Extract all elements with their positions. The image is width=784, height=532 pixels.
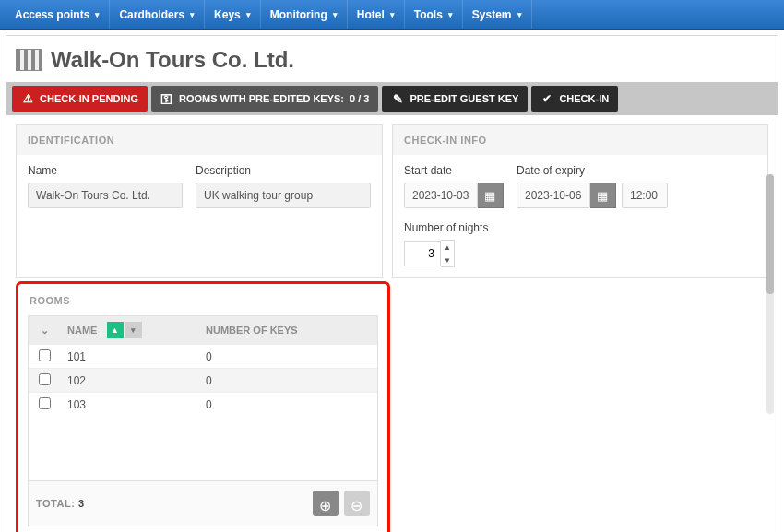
calendar-icon [597, 189, 610, 202]
nav-cardholders[interactable]: Cardholders▾ [110, 0, 205, 29]
total-label: TOTAL: [36, 498, 75, 509]
row-checkbox[interactable] [39, 397, 51, 409]
rooms-highlighted-area: ROOMS ⌄ NAME ▲ ▾ NUMBER OF KEYS 10101020… [16, 281, 390, 532]
expiry-date-calendar-button[interactable] [590, 183, 616, 208]
action-bar: CHECK-IN PENDING ROOMS WITH PRE-EDITED K… [6, 82, 778, 115]
description-field[interactable] [196, 183, 371, 208]
rooms-table: ⌄ NAME ▲ ▾ NUMBER OF KEYS 101010201030 [28, 315, 378, 481]
chevron-down-icon: ▾ [517, 10, 522, 19]
expand-all-toggle[interactable]: ⌄ [29, 325, 60, 337]
col-name-label: NAME [67, 325, 97, 336]
expiry-date-label: Date of expiry [517, 164, 668, 177]
checkin-button[interactable]: CHECK-IN [531, 86, 618, 112]
pre-edit-label: PRE-EDIT GUEST KEY [410, 93, 518, 104]
page-title: Walk-On Tours Co. Ltd. [51, 47, 294, 73]
calendar-icon [484, 189, 497, 202]
key-icon [160, 92, 173, 105]
room-keys: 0 [198, 374, 377, 387]
pre-edit-guest-key-button[interactable]: PRE-EDIT GUEST KEY [382, 86, 528, 112]
identification-title: IDENTIFICATION [17, 125, 382, 155]
vertical-scrollbar[interactable] [766, 174, 774, 414]
checkin-info-title: CHECK-IN INFO [393, 125, 767, 155]
plus-icon [319, 497, 332, 510]
chevron-down-icon: ▾ [448, 10, 453, 19]
description-label: Description [196, 164, 371, 177]
rooms-table-header: ⌄ NAME ▲ ▾ NUMBER OF KEYS [29, 316, 377, 344]
nav-keys[interactable]: Keys▾ [205, 0, 261, 29]
start-date-label: Start date [404, 164, 504, 177]
name-field[interactable] [28, 183, 183, 208]
minus-icon [350, 497, 363, 510]
content-area: Walk-On Tours Co. Ltd. CHECK-IN PENDING … [6, 35, 778, 532]
filter-button[interactable]: ▾ [125, 322, 142, 338]
rooms-footer: TOTAL: 3 [28, 481, 378, 526]
start-date-calendar-button[interactable] [478, 183, 504, 208]
room-keys: 0 [198, 398, 377, 411]
expiry-time-field[interactable] [622, 183, 668, 208]
stepper-up-icon[interactable]: ▲ [441, 241, 454, 254]
nights-stepper[interactable]: ▲ ▼ [404, 240, 488, 267]
nights-label: Number of nights [404, 221, 488, 234]
check-icon [540, 92, 553, 105]
rooms-panel: ROOMS ⌄ NAME ▲ ▾ NUMBER OF KEYS 10101020… [28, 291, 378, 526]
col-keys-label: NUMBER OF KEYS [198, 325, 377, 336]
identification-panel: IDENTIFICATION Name Description [16, 124, 383, 278]
room-name: 103 [60, 398, 198, 411]
checkin-label: CHECK-IN [559, 93, 609, 104]
nights-field[interactable] [404, 241, 441, 266]
chevron-down-icon: ▾ [333, 10, 338, 19]
room-name: 101 [60, 350, 198, 363]
checkin-info-panel: CHECK-IN INFO Start date Date of expiry [392, 124, 768, 278]
rooms-pre-edited-badge: ROOMS WITH PRE-EDITED KEYS: 0 / 3 [151, 86, 378, 112]
chevron-down-icon: ▾ [190, 10, 195, 19]
top-nav: Access points▾ Cardholders▾ Keys▾ Monito… [0, 0, 784, 30]
table-row[interactable]: 1010 [29, 344, 377, 368]
sort-asc-button[interactable]: ▲ [107, 322, 124, 338]
rooms-keys-value: 0 / 3 [350, 93, 369, 104]
row-checkbox[interactable] [39, 373, 51, 385]
nav-system[interactable]: System▾ [463, 0, 532, 29]
nav-tools[interactable]: Tools▾ [405, 0, 463, 29]
chevron-down-icon: ▾ [95, 10, 100, 19]
nav-access-points[interactable]: Access points▾ [6, 0, 110, 29]
nav-monitoring[interactable]: Monitoring▾ [261, 0, 348, 29]
group-icon [16, 49, 42, 71]
table-row[interactable]: 1030 [29, 392, 377, 416]
pencil-icon [391, 92, 404, 105]
room-name: 102 [60, 374, 198, 387]
scrollbar-thumb[interactable] [766, 174, 774, 294]
start-date-field[interactable] [404, 183, 478, 208]
chevron-down-icon: ▾ [246, 10, 251, 19]
page-header: Walk-On Tours Co. Ltd. [6, 36, 778, 82]
table-row[interactable]: 1020 [29, 368, 377, 392]
stepper-down-icon[interactable]: ▼ [441, 254, 454, 266]
row-checkbox[interactable] [39, 349, 51, 361]
name-label: Name [28, 164, 183, 177]
remove-room-button[interactable] [344, 491, 370, 516]
rooms-keys-label: ROOMS WITH PRE-EDITED KEYS: [179, 93, 344, 104]
nav-hotel[interactable]: Hotel▾ [348, 0, 405, 29]
rooms-title: ROOMS [28, 291, 378, 315]
warning-icon [21, 92, 34, 105]
add-room-button[interactable] [313, 491, 339, 516]
checkin-pending-label: CHECK-IN PENDING [40, 93, 138, 104]
chevron-down-icon: ▾ [390, 10, 395, 19]
total-value: 3 [78, 498, 85, 509]
room-keys: 0 [198, 350, 377, 363]
checkin-pending-badge: CHECK-IN PENDING [12, 86, 148, 112]
expiry-date-field[interactable] [517, 183, 590, 208]
